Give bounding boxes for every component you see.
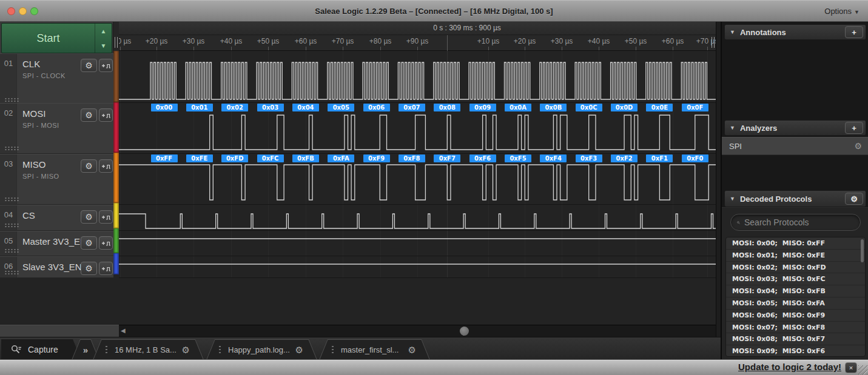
channel-row-cs: 04CS⚙	[0, 205, 113, 231]
waveform-area[interactable]: 0x000x010x020x030x040x050x060x070x080x09…	[119, 51, 716, 278]
spi-byte-annotation: 0xF9	[363, 154, 390, 162]
arrow-up-icon[interactable]: ▲	[95, 24, 112, 38]
arrow-down-icon[interactable]: ▼	[95, 38, 112, 53]
channel-color-strip-01	[113, 51, 119, 102]
gear-icon[interactable]: ⚙	[295, 345, 303, 356]
channel-drag-grip[interactable]	[4, 197, 19, 202]
vertical-scrollbar[interactable]	[716, 22, 721, 337]
tab-file-0[interactable]: 16 MHz, 1 B Sa...⚙	[93, 339, 204, 360]
channel-name: MOSI	[22, 108, 45, 119]
gear-icon[interactable]: ⚙	[408, 345, 416, 356]
annotations-header[interactable]: ▼ Annotations +	[724, 24, 866, 40]
channel-trigger-button[interactable]	[99, 108, 113, 122]
ruler-tick-mark	[120, 47, 121, 50]
ruler-tick-mark	[268, 47, 269, 50]
channel-drag-grip[interactable]	[4, 146, 19, 151]
analyzers-title: Analyzers	[740, 124, 777, 133]
channel-row-master-3v3-en: 05Master 3V3_EN⚙	[0, 231, 113, 256]
ruler-right-handle[interactable]	[712, 37, 715, 48]
digital-waveform	[119, 205, 716, 231]
analyzers-header[interactable]: ▼ Analyzers +	[724, 120, 866, 136]
gear-icon[interactable]: ⚙	[182, 345, 190, 356]
waveform-row-cs	[119, 205, 716, 231]
scroll-left-arrow-icon[interactable]: ◀	[121, 327, 126, 334]
add-annotation-button[interactable]: +	[845, 26, 863, 38]
waveform-plot[interactable]: 0 s : 309 ms : 900 µs +10 µs+20 µs+30 µs…	[119, 22, 716, 337]
tab-file-2[interactable]: master_first_sl...⚙	[319, 339, 430, 360]
close-icon[interactable]: ×	[845, 362, 857, 373]
channel-row-mosi: 02MOSISPI - MOSI⚙	[0, 103, 113, 154]
waveform-row-clk	[119, 51, 716, 103]
channel-trigger-button[interactable]	[99, 210, 113, 224]
time-ruler[interactable]: +10 µs+20 µs+30 µs+40 µs+50 µs+60 µs+70 …	[119, 35, 716, 51]
channel-drag-grip[interactable]	[4, 248, 19, 253]
channel-drag-grip[interactable]	[4, 270, 19, 275]
decoded-protocols-body: MOSI: 0x00; MISO: 0xFFMOSI: 0x01; MISO: …	[722, 207, 868, 359]
channel-settings-button[interactable]: ⚙	[81, 262, 97, 275]
channel-settings-button[interactable]: ⚙	[81, 108, 97, 122]
decoded-protocols-settings-button[interactable]: ⚙	[845, 193, 863, 205]
time-position-label: 0 s : 309 ms : 900 µs	[433, 24, 501, 32]
decoded-protocol-row[interactable]: MOSI: 0x05; MISO: 0xFA	[726, 297, 865, 310]
decoded-protocol-row[interactable]: MOSI: 0x02; MISO: 0xFD	[726, 262, 865, 274]
spi-byte-annotation: 0x0D	[611, 104, 638, 111]
window-title: Saleae Logic 1.2.29 Beta – [Connected] –…	[0, 1, 868, 22]
horizontal-scrollbar-thumb[interactable]	[460, 327, 469, 336]
tab-label: master_first_sl...	[334, 345, 408, 354]
channel-settings-button[interactable]: ⚙	[81, 236, 97, 250]
channel-trigger-button[interactable]	[99, 262, 113, 275]
channel-color-strip-02	[113, 102, 119, 153]
add-analyzer-button[interactable]: +	[845, 122, 863, 134]
channel-settings-button[interactable]: ⚙	[81, 159, 97, 173]
decoded-protocols-title: Decoded Protocols	[740, 194, 812, 204]
waveform-row-master-3v3-en	[119, 231, 716, 256]
decoded-protocol-row[interactable]: MOSI: 0x00; MISO: 0xFF	[726, 237, 865, 250]
gear-icon[interactable]: ⚙	[854, 141, 862, 151]
ruler-left-handle[interactable]	[115, 37, 118, 48]
decoded-protocol-row[interactable]: MOSI: 0x09; MISO: 0xF6	[726, 345, 865, 357]
decoded-protocol-row[interactable]: MOSI: 0x06; MISO: 0xF9	[726, 310, 865, 322]
spi-byte-annotation: 0x07	[399, 104, 425, 111]
ruler-tick-label: +80 µs	[369, 37, 392, 45]
channel-subtitle: SPI - MOSI	[22, 122, 59, 129]
spi-byte-annotation: 0xF1	[646, 154, 673, 162]
decoded-protocol-row[interactable]: MOSI: 0x03; MISO: 0xFC	[726, 273, 865, 285]
tab-file-1[interactable]: Happy_path.log...⚙	[206, 339, 317, 360]
channel-trigger-button[interactable]	[99, 236, 113, 250]
gear-icon: ⚙	[85, 61, 93, 70]
channel-drag-grip[interactable]	[4, 223, 19, 228]
ruler-tick-mark	[417, 47, 418, 50]
update-logic2-link[interactable]: Update to logic 2 today!	[738, 362, 841, 372]
search-protocols-input[interactable]	[744, 217, 854, 227]
spi-byte-annotation: 0xF6	[469, 154, 496, 162]
ruler-tick-label: +50 µs	[625, 37, 647, 45]
ruler-tick-label: +30 µs	[551, 37, 573, 45]
decoded-protocol-row[interactable]: MOSI: 0x07; MISO: 0xF8	[726, 322, 865, 334]
horizontal-scrollbar[interactable]: ◀	[119, 325, 716, 337]
channel-drag-grip[interactable]	[4, 98, 19, 102]
trigger-edge-icon	[101, 265, 111, 273]
channel-name: MISO	[22, 159, 45, 170]
decoded-protocol-row[interactable]: MOSI: 0x04; MISO: 0xFB	[726, 285, 865, 297]
spi-byte-annotation: 0x00	[151, 104, 178, 111]
channel-trigger-button[interactable]	[99, 159, 113, 173]
ruler-tick-label: +10 µs	[119, 37, 131, 45]
analyzer-item-spi[interactable]: SPI ⚙	[722, 137, 868, 155]
decoded-protocol-row[interactable]: MOSI: 0x01; MISO: 0xFE	[726, 250, 865, 262]
spi-byte-annotation: 0xFC	[257, 154, 284, 162]
tab-capture[interactable]: Capture	[1, 339, 81, 360]
search-protocols-box[interactable]	[730, 214, 861, 231]
decoded-protocol-row[interactable]: MOSI: 0x08; MISO: 0xF7	[726, 333, 865, 345]
start-button[interactable]: Start ▲ ▼	[1, 23, 112, 53]
spi-byte-annotation: 0xF2	[611, 154, 638, 162]
decoded-protocols-list[interactable]: MOSI: 0x00; MISO: 0xFFMOSI: 0x01; MISO: …	[725, 237, 866, 357]
list-scrollbar-thumb[interactable]	[861, 239, 864, 262]
window-resize-grip[interactable]	[858, 365, 867, 374]
channel-trigger-button[interactable]	[99, 59, 113, 72]
decoded-protocols-header[interactable]: ▼ Decoded Protocols ⚙	[724, 190, 866, 207]
ruler-tick-mark	[636, 47, 636, 50]
channel-settings-button[interactable]: ⚙	[81, 210, 97, 224]
options-menu[interactable]: Options▼	[824, 1, 860, 22]
channel-settings-button[interactable]: ⚙	[81, 59, 97, 72]
tab-label: Happy_path.log...	[221, 345, 295, 354]
